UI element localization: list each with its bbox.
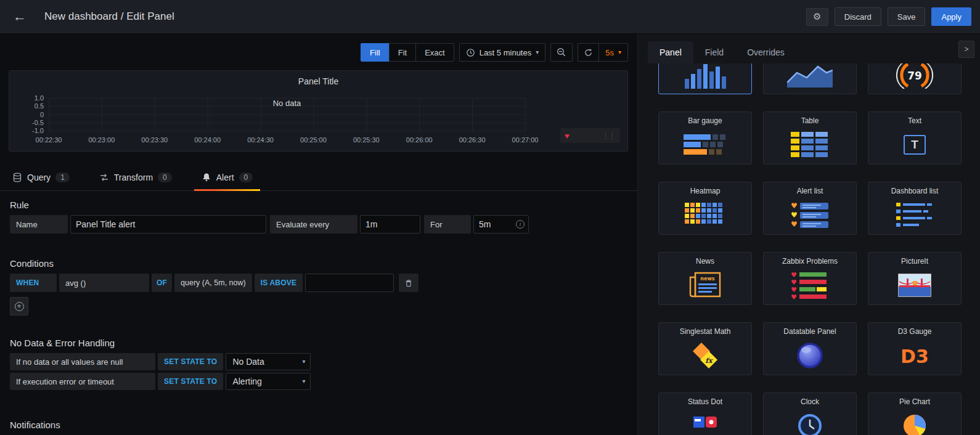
viz-card-dashboard-list[interactable]: Dashboard list — [868, 182, 962, 235]
x-tick: 00:25:30 — [353, 136, 380, 144]
zoom-out-icon — [557, 47, 566, 57]
evaluator-dropdown[interactable]: IS ABOVE — [255, 274, 303, 292]
panel-editor: Fill Fit Exact Last 5 minutes ▾ — [0, 34, 638, 435]
transform-icon — [99, 173, 109, 182]
viz-type-grid: 79 Bar gauge — [658, 41, 980, 435]
chart-plot-area: No data 1.0 0.5 0 -0.5 -1.0 00:22:30 00:… — [49, 98, 526, 131]
notifications-heading: Notifications — [10, 420, 637, 430]
plus-icon: + — [15, 302, 24, 311]
viz-card-zabbix-problems[interactable]: Zabbix Problems ♥ ♥ ♥ ♥ — [763, 252, 857, 305]
discard-button[interactable]: Discard — [835, 7, 881, 26]
viz-card-datatable-panel[interactable]: Datatable Panel — [763, 322, 857, 375]
error-row: If execution error or timeout SET STATE … — [10, 373, 637, 390]
set-state-label: SET STATE TO — [158, 373, 223, 390]
rule-row: Name Evaluate every For i — [10, 215, 637, 234]
tab-alert[interactable]: Alert 0 — [199, 164, 255, 190]
threshold-input[interactable] — [305, 274, 394, 292]
tab-query-label: Query — [27, 173, 51, 182]
drag-handle[interactable]: ⋮⋮ — [602, 132, 616, 140]
error-state-select[interactable]: Alerting ▾ — [226, 373, 311, 390]
sidebar-tab-field[interactable]: Field — [693, 41, 735, 63]
tab-alert-label: Alert — [216, 173, 234, 182]
back-arrow-icon: ← — [13, 9, 27, 25]
sidebar-tab-bar: Panel Field Overrides > — [638, 34, 980, 63]
no-data-condition-label: If no data or all values are null — [10, 353, 155, 370]
viz-card-clock[interactable]: Clock — [763, 392, 857, 435]
database-icon — [12, 173, 22, 182]
y-tick: -1.0 — [19, 127, 44, 134]
when-label: WHEN — [10, 274, 57, 292]
rule-name-input[interactable] — [70, 215, 266, 234]
refresh-interval-picker[interactable]: 5s ▾ — [598, 43, 628, 62]
evaluate-interval-input[interactable] — [360, 215, 420, 234]
tab-transform-label: Transform — [114, 173, 153, 182]
for-label: For — [424, 215, 471, 234]
y-tick: 0 — [19, 111, 44, 118]
viz-card-table[interactable]: Table — [763, 112, 857, 165]
query-part-dropdown[interactable]: query (A, 5m, now) — [174, 274, 252, 292]
viz-card-pictureit[interactable]: PictureIt — [868, 252, 962, 305]
error-state-value: Alerting — [232, 376, 261, 386]
alert-heart-icon: ♥ — [565, 131, 570, 140]
pictureit-icon — [868, 266, 961, 304]
svg-text:fx: fx — [705, 357, 713, 365]
sidebar-tab-panel[interactable]: Panel — [648, 41, 693, 63]
size-mode-group: Fill Fit Exact — [361, 43, 454, 62]
d3-gauge-icon: D3 — [868, 336, 961, 375]
viz-card-text[interactable]: Text T — [868, 112, 962, 165]
viz-card-pie-chart[interactable]: Pie Chart — [868, 392, 962, 435]
aggregation-dropdown[interactable]: avg () — [59, 274, 149, 292]
exact-mode-button[interactable]: Exact — [415, 43, 454, 62]
refresh-button[interactable] — [578, 43, 599, 62]
x-tick: 00:23:30 — [141, 136, 168, 144]
x-tick: 00:22:30 — [36, 136, 62, 144]
fill-mode-button[interactable]: Fill — [361, 43, 390, 62]
viz-card-alert-list[interactable]: Alert list ♥ ♥ ♥ — [763, 182, 857, 235]
news-icon: news — [659, 266, 751, 304]
heatmap-icon — [659, 196, 751, 234]
viz-card-status-dot[interactable]: Status Dot — [658, 392, 752, 435]
condition-row: WHEN avg () OF query (A, 5m, now) IS ABO… — [10, 274, 637, 292]
no-data-heading: No Data & Error Handling — [10, 338, 637, 348]
refresh-interval-label: 5s — [605, 48, 614, 57]
x-tick: 00:25:00 — [300, 136, 327, 144]
chevron-down-icon: ▾ — [618, 49, 621, 55]
text-panel-icon: T — [868, 126, 961, 164]
collapse-sidebar-button[interactable]: > — [958, 41, 974, 58]
time-range-label: Last 5 minutes — [480, 48, 532, 57]
x-tick: 00:26:00 — [406, 136, 433, 144]
chevron-down-icon: ▾ — [302, 359, 305, 365]
delete-condition-button[interactable] — [399, 274, 419, 292]
zoom-out-button[interactable] — [550, 43, 573, 62]
table-icon — [764, 126, 856, 164]
x-tick: 00:24:00 — [194, 136, 221, 144]
fit-mode-button[interactable]: Fit — [389, 43, 416, 62]
clock-icon — [466, 48, 475, 57]
clock-panel-icon — [764, 407, 856, 435]
tab-query[interactable]: Query 1 — [10, 164, 72, 190]
page-title: New dashboard / Edit Panel — [44, 10, 174, 23]
save-button[interactable]: Save — [888, 7, 926, 26]
svg-text:♥: ♥ — [791, 293, 797, 299]
y-tick: 0.5 — [19, 102, 44, 110]
apply-button[interactable]: Apply — [931, 7, 971, 26]
chevron-down-icon: ▾ — [302, 378, 305, 384]
svg-text:♥: ♥ — [791, 220, 798, 229]
settings-button[interactable]: ⚙ — [806, 8, 828, 26]
viz-card-bar-gauge[interactable]: Bar gauge — [658, 112, 752, 165]
viz-card-d3-gauge[interactable]: D3 Gauge D3 — [868, 322, 962, 375]
editor-tab-bar: Query 1 Transform 0 Alert 0 — [0, 164, 637, 191]
add-condition-button[interactable]: + — [10, 297, 28, 315]
svg-text:79: 79 — [907, 70, 922, 82]
viz-card-singlestat-math[interactable]: Singlestat Math fx — [658, 322, 752, 375]
no-data-state-select[interactable]: No Data ▾ — [226, 353, 311, 370]
sidebar-tab-overrides[interactable]: Overrides — [735, 41, 796, 63]
viz-card-news[interactable]: News news — [658, 252, 752, 305]
tab-transform[interactable]: Transform 0 — [97, 164, 174, 190]
time-range-picker[interactable]: Last 5 minutes ▾ — [459, 43, 546, 62]
back-button[interactable]: ← — [9, 6, 31, 28]
of-label: OF — [152, 274, 172, 292]
panel-title: Panel Title — [9, 71, 627, 86]
zabbix-problems-icon: ♥ ♥ ♥ ♥ — [764, 266, 856, 304]
viz-card-heatmap[interactable]: Heatmap — [658, 182, 752, 235]
